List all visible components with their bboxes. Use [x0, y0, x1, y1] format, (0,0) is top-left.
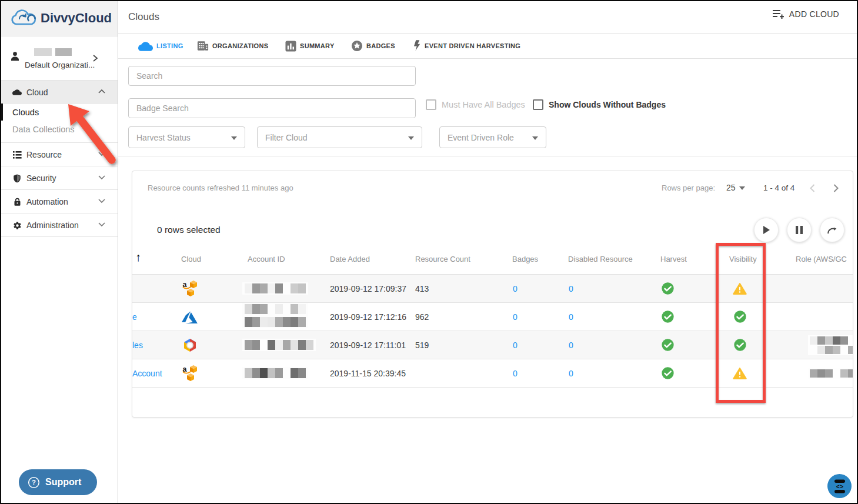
resource-count-cell: 519 — [415, 331, 429, 359]
chevron-right-icon — [92, 54, 99, 62]
chevron-down-icon — [98, 151, 106, 156]
sidebar-item-clouds[interactable]: Clouds — [0, 104, 118, 121]
dev-widget-button[interactable]: <> — [827, 474, 852, 498]
help-icon: ? — [28, 476, 40, 489]
gear-icon — [12, 221, 22, 230]
page-title: Clouds — [128, 11, 159, 23]
gcp-icon — [182, 338, 198, 352]
lock-icon — [12, 198, 22, 206]
sidebar-item-security[interactable]: Security — [0, 166, 118, 190]
chevron-down-icon — [98, 222, 106, 227]
column-header-account-id[interactable]: Account ID — [248, 255, 285, 263]
playlist-add-icon — [772, 9, 785, 19]
must-have-all-badges-label: Must Have All Badges — [442, 100, 525, 109]
cloud-provider-icon: a — [182, 275, 198, 302]
column-header-resource-count[interactable]: Resource Count — [415, 255, 470, 263]
cloud-name-link[interactable]: les — [132, 341, 143, 350]
disabled-resource-link[interactable]: 0 — [569, 369, 573, 378]
svg-text:?: ? — [32, 479, 36, 486]
organization-icon — [197, 41, 209, 51]
badge-search-input[interactable] — [128, 98, 416, 118]
badges-link[interactable]: 0 — [513, 369, 518, 378]
show-clouds-without-badges-checkbox[interactable] — [533, 99, 543, 110]
badges-link[interactable]: 0 — [513, 284, 518, 293]
previous-page-button[interactable] — [809, 183, 816, 193]
caret-down-icon — [408, 136, 414, 140]
role-redacted — [808, 331, 853, 359]
cloud-provider-icon: a — [182, 359, 198, 387]
column-header-date-added[interactable]: Date Added — [330, 255, 370, 263]
play-icon — [762, 225, 770, 235]
rows-per-page-value[interactable]: 25 — [726, 183, 736, 192]
harvest-status-icon — [660, 303, 675, 331]
badges-link[interactable]: 0 — [513, 341, 518, 350]
cloud-name-link[interactable]: Account — [132, 369, 162, 378]
harvest-status-icon — [660, 275, 675, 302]
badges-link[interactable]: 0 — [513, 312, 518, 322]
date-added-cell: 2019-09-12 17:12:16 — [330, 303, 406, 331]
org-selector[interactable]: Default Organizati... — [0, 36, 118, 81]
account-id-redacted — [242, 303, 308, 331]
caret-down-icon — [532, 136, 538, 140]
date-added-cell: 2019-09-12 17:09:37 — [330, 275, 406, 302]
refresh-status-text: Resource counts refreshed 11 minutes ago — [148, 183, 293, 192]
sidebar-item-administration[interactable]: Administration — [0, 213, 118, 237]
must-have-all-badges-checkbox[interactable] — [426, 99, 436, 110]
column-header-disabled-resource[interactable]: Disabled Resource — [568, 255, 633, 263]
brand-logo: DivvyCloud — [0, 0, 118, 36]
disabled-resource-link[interactable]: 0 — [569, 312, 573, 322]
lightning-icon — [413, 40, 421, 52]
azure-icon — [182, 309, 198, 324]
filter-cloud-dropdown[interactable]: Filter Cloud — [257, 126, 422, 148]
cloud-name-link[interactable]: e — [132, 312, 137, 322]
resource-icon — [12, 151, 22, 159]
sidebar-item-cloud[interactable]: Cloud — [0, 81, 118, 104]
disabled-resource-link[interactable]: 0 — [569, 284, 573, 293]
annotation-highlight-box — [716, 243, 766, 403]
aws-icon: a — [182, 365, 198, 382]
org-name: Default Organizati... — [25, 61, 95, 69]
column-header-badges[interactable]: Badges — [512, 255, 538, 263]
tab-summary[interactable]: SUMMARY — [285, 34, 335, 58]
event-driven-role-dropdown[interactable]: Event Driven Role — [439, 126, 546, 148]
account-id-redacted — [242, 359, 308, 387]
tab-badges[interactable]: BADGES — [351, 34, 395, 58]
add-cloud-button[interactable]: ADD CLOUD — [772, 9, 839, 19]
bar-chart-icon — [285, 41, 296, 52]
column-header-role[interactable]: Role (AWS/GC — [796, 255, 847, 263]
column-header-cloud[interactable]: Cloud — [181, 255, 201, 263]
active-indicator — [0, 104, 3, 121]
resume-harvest-button[interactable] — [754, 218, 779, 242]
harvest-status-dropdown[interactable]: Harvest Status — [128, 126, 245, 148]
cloud-icon — [12, 89, 22, 96]
column-header-harvest[interactable]: Harvest — [660, 255, 687, 263]
support-button[interactable]: ? Support — [19, 469, 97, 495]
badge-star-icon — [351, 40, 363, 52]
resource-count-cell: 962 — [415, 303, 429, 331]
search-input[interactable] — [128, 66, 416, 86]
sort-ascending-icon[interactable]: ↑ — [135, 251, 141, 264]
pause-harvest-button[interactable] — [787, 218, 812, 242]
chevron-down-icon — [98, 198, 106, 203]
caret-down-icon[interactable] — [739, 186, 745, 190]
tab-organizations[interactable]: ORGANIZATIONS — [197, 34, 268, 58]
sidebar-item-automation[interactable]: Automation — [0, 190, 118, 213]
date-added-cell: 2019-09-12 17:11:01 — [330, 331, 406, 359]
tab-event-driven-harvesting[interactable]: EVENT DRIVEN HARVESTING — [413, 34, 520, 58]
chevron-down-icon — [98, 175, 106, 180]
reharvest-button[interactable] — [820, 218, 844, 242]
date-added-cell: 2019-11-15 20:39:45 — [330, 359, 406, 387]
next-page-button[interactable] — [833, 183, 839, 193]
show-clouds-without-badges-label: Show Clouds Without Badges — [549, 100, 666, 109]
tab-listing[interactable]: LISTING — [138, 34, 183, 58]
sidebar-item-resource[interactable]: Resource — [0, 143, 118, 166]
user-icon — [9, 51, 21, 62]
disabled-resource-link[interactable]: 0 — [569, 341, 573, 350]
code-widget-icon: <> — [832, 479, 847, 494]
shield-icon — [12, 174, 22, 183]
sidebar-item-data-collections[interactable]: Data Collections — [0, 121, 118, 138]
cloud-icon — [138, 41, 153, 51]
pagination-range: 1 - 4 of 4 — [763, 183, 794, 192]
chevron-up-icon — [98, 89, 106, 94]
support-label: Support — [45, 477, 81, 488]
